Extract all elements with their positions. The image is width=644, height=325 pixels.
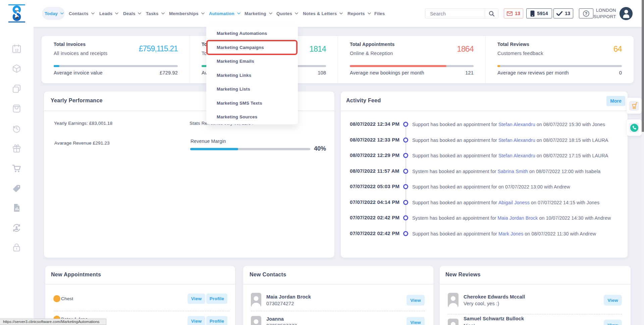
svg-text:?: ? [585, 11, 587, 16]
svg-text:12: 12 [15, 49, 19, 52]
